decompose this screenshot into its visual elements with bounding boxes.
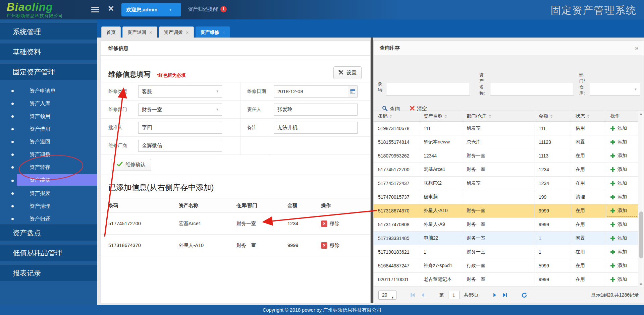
sidebar-menu-item[interactable]: 资产转存	[0, 161, 97, 174]
add-button[interactable]: 添加	[610, 249, 627, 255]
user-menu-button[interactable]: 欢迎您,admin ▼	[121, 3, 181, 16]
add-button[interactable]: 添加	[610, 139, 627, 145]
next-page-icon[interactable]	[492, 292, 498, 298]
cell-asset-name: 宏基Arce1	[419, 163, 462, 176]
add-button[interactable]: 添加	[610, 167, 627, 173]
inventory-row[interactable]: 518155174814 笔记本neww 总仓库 11123 闲置 添加	[374, 135, 638, 149]
sidebar-item-label: 资产维修	[17, 174, 97, 186]
page-number-input[interactable]	[448, 291, 460, 299]
col-barcode[interactable]: 条码	[374, 111, 419, 121]
sidebar-menu-item[interactable]: 资产调拨	[0, 148, 97, 161]
inventory-row[interactable]: 518079953262 12344 财务一室 1113 在用 添加	[374, 149, 638, 163]
col-amount[interactable]: 金额	[534, 111, 571, 121]
return-reminder-link[interactable]: 资产归还提醒 1	[188, 6, 227, 12]
sidebar-section-reports[interactable]: 报表记录	[0, 265, 97, 281]
sidebar-section-basic[interactable]: 基础资料	[0, 44, 97, 60]
dept-filter-select[interactable]: ▼	[590, 83, 640, 96]
inventory-row[interactable]: 519873140678 111 研发室 111 借用 添加	[374, 122, 638, 135]
asset-name-filter-input[interactable]	[490, 83, 574, 96]
remark-input[interactable]	[274, 122, 358, 134]
sidebar-section-system[interactable]: 系统管理	[0, 23, 97, 40]
responsible-input[interactable]	[274, 104, 358, 116]
inventory-row[interactable]: 020117110001 老古董笔记本 财务一室 9999 在用 添加	[374, 273, 638, 287]
inventory-row[interactable]: 517318674370 外星人-A10 财务一室 9999 在用 添加	[374, 204, 638, 218]
pane-divider[interactable]	[371, 38, 373, 303]
inventory-row[interactable]: 517745172437 联想FX2 研发室 1234 在用 添加	[374, 177, 638, 190]
repair-dept-select[interactable]: 财务一室▼	[138, 104, 222, 116]
plus-icon	[610, 222, 615, 227]
topbar: Biaoling 广州标领信息科技有限公司 × 欢迎您,admin ▼ 资产归还…	[0, 0, 644, 19]
add-button[interactable]: 添加	[610, 235, 627, 241]
sidebar-menu-item[interactable]: 资产归还	[0, 212, 97, 225]
inventory-row[interactable]: 517745172700 宏基Arce1 财务一室 1234 在用 添加	[374, 163, 638, 177]
page-size-select[interactable]: 20▼	[378, 291, 396, 300]
tab[interactable]: 资产维修 ×	[196, 26, 230, 38]
inventory-row[interactable]: 517470015737 破电脑 199 清理 添加	[374, 190, 638, 204]
tab[interactable]: 资产调拨 ×	[159, 26, 194, 38]
remove-label: 移除	[330, 242, 339, 249]
refresh-icon[interactable]	[521, 292, 527, 298]
inventory-row[interactable]: 516844987247 神舟z7-sp5d1 行政一室 5999 在用 添加	[374, 259, 638, 273]
tab[interactable]: 首页	[101, 26, 121, 38]
calendar-icon[interactable]	[348, 86, 357, 97]
prev-page-icon[interactable]	[420, 292, 426, 298]
inventory-row[interactable]: 517193331485 电脑22 财务一室 1 闲置 添加	[374, 232, 638, 245]
repair-dept-label: 维修部门	[101, 101, 133, 118]
sidebar-section-fixed-assets[interactable]: 固定资产管理	[0, 64, 97, 80]
repair-type-select[interactable]: 客服▼	[138, 85, 222, 98]
table-scrollbar[interactable]	[638, 111, 644, 288]
inventory-row[interactable]: 517317470808 外星人-A9 财务一室 9999 在用 添加	[374, 218, 638, 232]
tab[interactable]: 资产退回 ×	[122, 26, 157, 38]
first-page-icon[interactable]	[410, 292, 416, 298]
remove-button[interactable]: 移除	[321, 220, 339, 227]
inventory-row[interactable]: 517190183621 1 财务一室 1 在用 添加	[374, 245, 638, 259]
repair-date-input[interactable]	[274, 86, 348, 97]
cell-barcode: 020117110001	[374, 273, 419, 286]
scroll-down-icon[interactable]	[640, 284, 642, 286]
vendor-input[interactable]	[138, 140, 222, 152]
sidebar-menu-item[interactable]: 资产清理	[0, 200, 97, 212]
add-button[interactable]: 添加	[610, 194, 627, 200]
settings-button[interactable]: 设置	[333, 66, 362, 79]
col-asset-name[interactable]: 资产名称	[419, 111, 462, 121]
tab-close-icon[interactable]: ×	[222, 30, 225, 35]
tab-close-icon[interactable]: ×	[149, 30, 152, 35]
add-button[interactable]: 添加	[610, 125, 627, 131]
remove-label: 移除	[330, 220, 339, 227]
cell-dept: 行政一室	[462, 259, 534, 272]
repair-confirm-button[interactable]: 维修确认	[111, 159, 151, 171]
col-dept[interactable]: 部门/仓库	[462, 111, 534, 121]
sidebar-menu-item[interactable]: 资产申请单	[0, 84, 97, 97]
remove-button[interactable]: 移除	[321, 242, 339, 249]
close-icon[interactable]: ×	[108, 3, 114, 14]
col-status[interactable]: 状态	[571, 111, 606, 121]
sidebar-section-consumables[interactable]: 低值易耗品管理	[0, 245, 97, 261]
plus-icon	[610, 167, 615, 172]
add-button[interactable]: 添加	[610, 276, 627, 282]
add-button[interactable]: 添加	[610, 263, 627, 269]
sidebar-menu-item[interactable]: 资产入库	[0, 97, 97, 110]
add-button[interactable]: 添加	[610, 222, 627, 228]
cell-barcode: 517470015737	[374, 190, 419, 204]
sidebar-menu-item[interactable]: 资产借用	[0, 123, 97, 135]
sidebar-menu-item[interactable]: 资产报废	[0, 187, 97, 200]
tab-close-icon[interactable]: ×	[186, 30, 189, 35]
scrollbar-thumb[interactable]	[639, 211, 643, 258]
logo: Biaoling 广州标领信息科技有限公司	[7, 1, 63, 19]
remove-x-icon	[321, 242, 327, 249]
scroll-up-icon[interactable]	[640, 113, 642, 115]
barcode-filter-input[interactable]	[386, 83, 470, 96]
sidebar-menu-item[interactable]: 资产领用	[0, 110, 97, 123]
sidebar-menu-item[interactable]: 资产维修	[0, 174, 97, 187]
sidebar-menu-item[interactable]: 资产退回	[0, 135, 97, 148]
last-page-icon[interactable]	[502, 292, 508, 298]
add-button[interactable]: 添加	[610, 208, 627, 214]
add-button[interactable]: 添加	[610, 180, 627, 186]
collapse-panel-icon[interactable]: »	[635, 41, 638, 55]
add-button[interactable]: 添加	[610, 153, 627, 159]
cell-barcode: 517317470808	[374, 218, 419, 231]
total-pages: 共65页	[464, 292, 479, 298]
sidebar-section-inventory-check[interactable]: 资产盘点	[0, 225, 97, 241]
menu-toggle-icon[interactable]	[91, 7, 99, 12]
approver-input[interactable]	[138, 122, 222, 134]
